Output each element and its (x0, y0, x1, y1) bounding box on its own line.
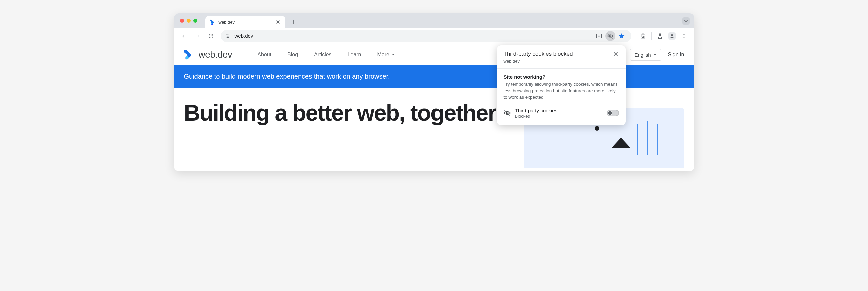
popover-title: Third-party cookies blocked (503, 51, 612, 57)
install-app-icon[interactable] (594, 31, 604, 41)
tab-strip: web.dev (174, 13, 694, 28)
nav-articles[interactable]: Articles (314, 52, 332, 58)
back-button[interactable] (179, 30, 190, 42)
cookie-row-label: Third-party cookies (515, 108, 603, 114)
profile-button[interactable] (666, 30, 678, 42)
browser-tab[interactable]: web.dev (206, 16, 285, 28)
cookie-toggle-row: Third-party cookies Blocked (503, 108, 619, 119)
svg-rect-4 (227, 37, 229, 37)
svg-point-18 (595, 126, 599, 131)
hero-title: Building a better web, together (184, 101, 511, 125)
menu-icon[interactable] (678, 30, 690, 42)
svg-point-8 (671, 34, 673, 36)
nav-about[interactable]: About (257, 52, 272, 58)
nav-more-label: More (377, 52, 390, 58)
nav-learn[interactable]: Learn (348, 52, 362, 58)
cookie-row-status: Blocked (515, 114, 603, 119)
url-text: web.dev (235, 33, 591, 39)
popover-close-button[interactable] (612, 51, 619, 57)
svg-rect-2 (226, 34, 228, 35)
close-tab-icon[interactable] (275, 19, 281, 25)
site-nav: About Blog Articles Learn More (257, 52, 396, 58)
popover-domain: web.dev (503, 59, 612, 64)
svg-point-9 (683, 34, 684, 35)
reload-button[interactable] (206, 30, 217, 42)
toolbar-divider (651, 32, 652, 40)
svg-point-10 (683, 35, 684, 36)
site-info-icon[interactable] (225, 33, 231, 39)
language-label: English (634, 52, 651, 58)
maximize-window-button[interactable] (193, 19, 197, 23)
cookies-popover: Third-party cookies blocked web.dev Site… (497, 46, 626, 125)
cookie-toggle[interactable] (607, 110, 619, 116)
svg-point-14 (185, 56, 188, 59)
bookmark-star-icon[interactable] (617, 31, 627, 41)
chevron-down-icon (653, 53, 657, 57)
window-controls (180, 13, 197, 28)
close-window-button[interactable] (180, 19, 184, 23)
tab-search-button[interactable] (682, 17, 690, 25)
toggle-knob (608, 111, 612, 115)
close-icon (613, 52, 618, 56)
svg-point-1 (211, 23, 213, 25)
signin-link[interactable]: Sign in (668, 52, 684, 58)
nav-blog[interactable]: Blog (287, 52, 298, 58)
nav-more[interactable]: More (377, 52, 396, 58)
brand-logo-icon (184, 49, 195, 60)
tab-favicon (210, 19, 216, 25)
new-tab-button[interactable] (289, 17, 298, 27)
labs-icon[interactable] (654, 30, 665, 42)
popover-subtitle: Site not working? (503, 74, 619, 80)
brand-text: web.dev (199, 49, 232, 60)
extensions-icon[interactable] (637, 30, 649, 42)
address-bar[interactable]: web.dev (221, 30, 631, 42)
svg-point-11 (683, 37, 684, 38)
browser-toolbar: web.dev (174, 28, 694, 44)
forward-button[interactable] (192, 30, 204, 42)
cookies-blocked-icon[interactable] (605, 31, 615, 41)
minimize-window-button[interactable] (187, 19, 191, 23)
language-selector[interactable]: English (630, 49, 661, 61)
site-brand[interactable]: web.dev (184, 49, 232, 60)
chevron-down-icon (392, 53, 396, 57)
svg-point-3 (228, 34, 229, 35)
tab-title: web.dev (219, 20, 273, 25)
popover-description: Try temporarily allowing third-party coo… (503, 81, 619, 101)
svg-point-5 (226, 37, 226, 37)
eye-off-icon (503, 110, 511, 117)
